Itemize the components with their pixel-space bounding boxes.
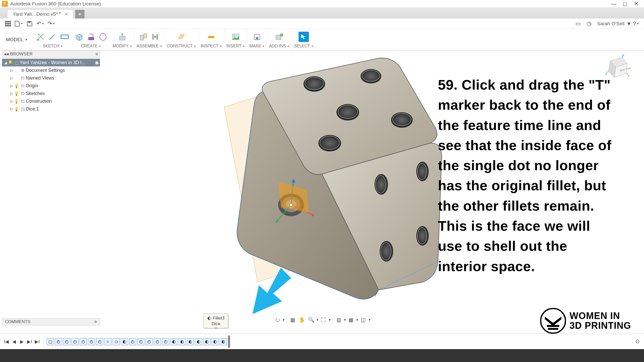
extensions-icon[interactable]: ▭ [573,20,584,28]
timeline-play-button[interactable]: ▶ [19,338,25,345]
timeline-next-button[interactable]: ▶I [26,338,33,345]
presspull-icon[interactable] [117,32,128,42]
timeline-feature[interactable]: ◐ [195,338,202,345]
user-menu[interactable]: Sarah O'Sell [597,21,624,27]
print3d-icon[interactable] [252,32,262,42]
browser-item[interactable]: ▷💡🗀Construction [2,97,100,105]
timeline-feature[interactable]: ◴ [55,338,62,345]
file-menu-button[interactable]: ▼ [13,20,24,28]
help-button[interactable]: ?▼ [631,20,641,28]
document-tab[interactable]: Yard Yah...Demo v5* ● ✕ [7,9,74,19]
ribbon-toolbar: MODEL▼ SKETCH▼ CREATE▼ MODIFY▼ [0,29,644,50]
zoom-icon[interactable]: 🔍 [307,316,316,323]
timeline-feature[interactable]: ⟐ [104,338,112,345]
timeline-feature[interactable]: ◴ [162,338,169,345]
timeline-start-button[interactable]: I◀ [3,338,10,345]
svg-point-17 [154,36,156,38]
select-icon[interactable] [299,32,309,42]
ribbon-group-select: SELECT▼ [292,29,316,50]
timeline-feature[interactable]: ◴ [80,338,87,345]
timeline-settings-icon[interactable]: ⚙ [634,338,641,346]
timeline-marker[interactable] [228,335,230,348]
expand-icon[interactable]: ▷ [9,107,14,111]
timeline-feature[interactable]: ◐ [179,338,186,345]
expand-icon[interactable]: ▷ [9,84,14,88]
close-button[interactable]: ✕ [631,0,642,7]
data-panel-button[interactable] [3,20,13,28]
viewport-icon[interactable]: ◫ [359,316,368,323]
timeline-feature[interactable]: ◐ [211,338,219,345]
job-status-icon[interactable]: ◷ [584,20,595,28]
pan-icon[interactable]: ✋ [298,316,306,323]
measure-icon[interactable] [206,32,216,42]
timeline-feature[interactable]: ◐ [121,338,128,345]
revolve-icon[interactable] [98,32,108,42]
sketch-create-icon[interactable] [36,32,46,42]
timeline-feature[interactable]: ◴ [71,338,79,345]
ribbon-group-addins: + ADD-INS▼ [267,29,292,50]
timeline-feature[interactable]: ◴ [154,338,161,345]
browser-header[interactable]: ◀◀ BROWSER ⚙ [2,50,100,58]
radio-icon[interactable]: ◉ [95,60,99,65]
svg-rect-64 [548,328,558,330]
timeline-feature[interactable]: ◐ [220,338,227,345]
comments-panel-header[interactable]: COMMENTS ⚙ [2,318,100,325]
timeline-end-button[interactable]: ▶I [34,338,41,345]
redo-button[interactable]: ↷▼ [46,20,57,28]
joint-icon[interactable] [150,32,160,42]
timeline-feature[interactable]: ◐ [170,338,177,345]
browser-item[interactable]: ▷💡🗀Sketches [2,90,100,97]
browser-item[interactable]: ▷⚙Document Settings [2,66,100,74]
browser-item[interactable]: ▷🗀Named Views [2,74,100,82]
timeline-feature[interactable]: ◇ [113,338,120,345]
grid-icon[interactable]: ▦ [347,316,355,323]
timeline-feature[interactable]: ◴ [63,338,70,345]
timeline-feature[interactable]: ◐ [203,338,210,345]
svg-rect-3 [5,23,7,24]
tab-close-icon[interactable]: ✕ [64,11,68,17]
timeline-feature[interactable]: ▢ [47,338,54,345]
browser-item[interactable]: ▷💡🗀Origin [2,82,100,90]
maximize-button[interactable]: ◻ [619,0,631,7]
browser-settings-icon[interactable]: ⚙ [95,52,98,56]
workspace-switcher[interactable]: MODEL▼ [0,29,33,50]
plane-icon[interactable] [176,32,187,42]
expand-icon[interactable]: ▷ [9,68,14,72]
browser-item[interactable]: ▷💡◳Dice:1 [2,105,100,113]
box-icon[interactable] [74,32,84,42]
timeline-feature[interactable]: ◴ [88,338,95,345]
timeline-prev-button[interactable]: ◀ [11,338,18,345]
browser-root[interactable]: ◢ 💡 ⬚ Yard Yahtzee - Women in 3D I... ◉ [2,59,100,66]
new-tab-button[interactable]: + [75,10,84,19]
expand-icon[interactable]: ▷ [9,91,14,96]
visibility-icon[interactable]: 💡 [14,83,20,88]
save-button[interactable] [24,20,35,28]
visibility-icon[interactable]: 💡 [14,107,20,111]
collapse-icon[interactable]: ◢ [3,61,8,65]
womenin3d-logo: WOMEN IN3D PRINTING [540,308,631,334]
expand-icon[interactable]: ▷ [9,76,14,80]
expand-icon[interactable]: ▷ [9,99,14,103]
timeline-feature[interactable]: ◴ [146,338,153,345]
extrude-icon[interactable] [86,32,96,42]
ribbon-group-make: MAKE▼ [247,29,267,50]
sketch-rect-icon[interactable] [60,32,70,42]
comments-settings-icon[interactable]: ⚙ [94,320,97,324]
addins-icon[interactable]: + [274,32,284,42]
minimize-button[interactable]: — [608,0,619,7]
timeline-feature[interactable]: ◴ [96,338,103,345]
timeline-feature[interactable]: ◴ [137,338,145,345]
display-icon[interactable]: ▥ [334,316,343,323]
visibility-icon[interactable]: 💡 [14,99,20,104]
insert-icon[interactable] [231,32,241,42]
sketch-line-icon[interactable] [48,32,58,42]
fit-icon[interactable]: ⛶ [319,316,328,323]
visibility-icon[interactable]: 💡 [8,60,13,65]
visibility-icon[interactable]: 💡 [14,91,20,96]
undo-button[interactable]: ↶▼ [35,20,46,28]
timeline-feature[interactable]: ◴ [129,338,136,345]
app-window: F Autodesk Fusion 360 (Education License… [0,0,644,349]
browser-panel: ◀◀ BROWSER ⚙ ◢ 💡 ⬚ Yard Yahtzee - Women … [2,50,100,114]
component-icon[interactable] [138,32,149,42]
timeline-feature[interactable]: ◐ [187,338,194,345]
